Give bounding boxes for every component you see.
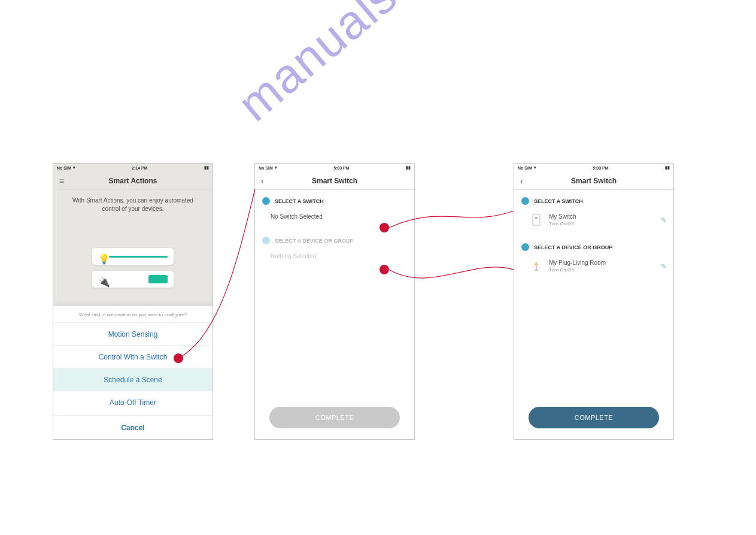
- plug-icon: 🔌: [98, 276, 104, 282]
- section-bullet-icon: [521, 243, 529, 251]
- wifi-icon: ▾: [73, 165, 75, 170]
- back-icon[interactable]: ‹: [520, 172, 523, 189]
- switch-icon: [530, 214, 543, 226]
- section-bullet-icon: [262, 197, 270, 205]
- status-bar: No SIM ▾ 5:03 PM ▮▮: [514, 164, 673, 172]
- switch-name: My Switch: [549, 213, 576, 220]
- device-row-empty: Nothing Selected: [271, 249, 414, 263]
- status-carrier: No SIM ▾: [518, 165, 536, 170]
- switch-action: Turn On/Off: [549, 221, 576, 226]
- sheet-option-switch[interactable]: Control With a Switch: [53, 345, 212, 368]
- section-bullet-icon: [262, 237, 270, 244]
- sheet-option-schedule[interactable]: Schedule a Scene: [53, 368, 212, 391]
- menu-icon[interactable]: ≡: [59, 172, 64, 189]
- status-bar: No SIM ▾ 2:14 PM ▮▮: [53, 164, 212, 172]
- sheet-option-autooff[interactable]: Auto-Off Timer: [53, 391, 212, 413]
- switch-row[interactable]: My Switch Turn On/Off ✎: [530, 210, 673, 230]
- phone-screen-smart-switch-empty: No SIM ▾ 5:03 PM ▮▮ ‹ Smart Switch SELEC…: [254, 163, 415, 440]
- status-battery: ▮▮: [204, 165, 209, 170]
- status-bar: No SIM ▾ 5:03 PM ▮▮: [255, 164, 414, 172]
- callout-dot: [379, 265, 389, 274]
- device-name: My Plug-Living Room: [549, 259, 606, 266]
- complete-button: COMPLETE: [269, 407, 400, 428]
- page-description: With Smart Actions, you can enjoy automa…: [53, 190, 212, 213]
- complete-button[interactable]: COMPLETE: [529, 407, 659, 428]
- navbar-title: Smart Switch: [571, 177, 617, 185]
- status-time: 5:03 PM: [333, 166, 349, 170]
- device-row[interactable]: My Plug-Living Room Turn On/Off ✎: [530, 256, 673, 276]
- status-carrier: No SIM ▾: [259, 165, 277, 170]
- status-time: 5:03 PM: [593, 166, 608, 170]
- section-select-device: SELECT A DEVICE OR GROUP: [514, 236, 673, 255]
- lamp-icon: 💡: [98, 253, 104, 259]
- svg-marker-2: [534, 261, 539, 265]
- watermark-text: manualshive.com: [227, 0, 562, 132]
- section-select-switch: SELECT A SWITCH: [255, 190, 414, 208]
- sheet-prompt: What kind of automation do you want to c…: [53, 306, 212, 322]
- navbar: ‹ Smart Switch: [514, 172, 673, 190]
- device-row-label: Nothing Selected: [271, 253, 316, 259]
- section-label: SELECT A DEVICE OR GROUP: [534, 244, 612, 250]
- decorative-cards: 💡 🔌: [53, 248, 212, 288]
- navbar-title: Smart Actions: [109, 177, 157, 185]
- status-battery: ▮▮: [406, 165, 411, 170]
- edit-icon[interactable]: ✎: [661, 216, 666, 224]
- wifi-icon: ▾: [534, 165, 536, 170]
- phone-screen-smart-actions: No SIM ▾ 2:14 PM ▮▮ ≡ Smart Actions With…: [53, 163, 213, 440]
- section-bullet-icon: [521, 197, 529, 205]
- action-sheet: What kind of automation do you want to c…: [53, 306, 212, 439]
- svg-rect-0: [533, 214, 540, 225]
- section-select-device: SELECT A DEVICE OR GROUP: [255, 229, 414, 248]
- callout-dot: [379, 223, 389, 232]
- sheet-cancel-button[interactable]: Cancel: [53, 415, 212, 439]
- navbar: ≡ Smart Actions: [53, 172, 212, 190]
- lamp-icon: [530, 260, 543, 272]
- phone-screen-smart-switch-configured: No SIM ▾ 5:03 PM ▮▮ ‹ Smart Switch SELEC…: [514, 163, 674, 440]
- svg-rect-1: [535, 217, 538, 219]
- section-select-switch: SELECT A SWITCH: [514, 190, 673, 208]
- status-carrier: No SIM ▾: [57, 165, 75, 170]
- edit-icon[interactable]: ✎: [661, 262, 666, 270]
- switch-row-label: No Switch Selected: [271, 213, 323, 220]
- navbar: ‹ Smart Switch: [255, 172, 414, 190]
- demo-card: 💡: [92, 248, 174, 265]
- callout-dot: [174, 353, 183, 363]
- navbar-title: Smart Switch: [312, 177, 357, 185]
- status-time: 2:14 PM: [132, 166, 147, 170]
- section-label: SELECT A DEVICE OR GROUP: [275, 238, 353, 244]
- device-action: Turn On/Off: [549, 267, 606, 273]
- wifi-icon: ▾: [275, 165, 277, 170]
- back-icon[interactable]: ‹: [261, 172, 264, 189]
- section-label: SELECT A SWITCH: [275, 198, 324, 204]
- status-battery: ▮▮: [665, 165, 670, 170]
- section-label: SELECT A SWITCH: [534, 198, 583, 204]
- demo-card: 🔌: [92, 271, 174, 288]
- sheet-option-motion[interactable]: Motion Sensing: [53, 322, 212, 345]
- switch-row-empty[interactable]: No Switch Selected: [271, 210, 414, 223]
